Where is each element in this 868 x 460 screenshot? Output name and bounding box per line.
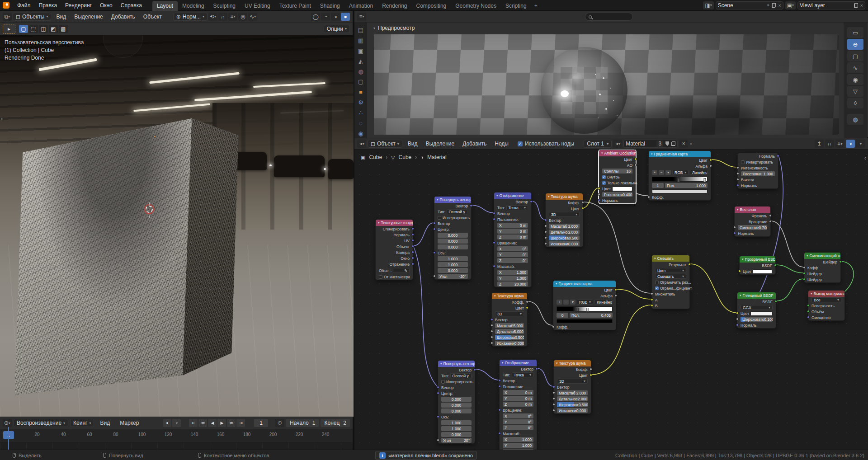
collapse-icon[interactable]: ▾ [601, 151, 603, 155]
vector-component-field[interactable]: Y0° [503, 419, 533, 424]
remove-stop-icon[interactable]: − [659, 170, 664, 175]
checkbox[interactable] [741, 160, 745, 164]
proportional-falloff-button[interactable]: ∿▾ [248, 13, 257, 21]
node-mix[interactable]: ▾СмешатьРезультатЦвет▾Смешать▾Ограничить… [651, 255, 690, 309]
timeline-track-area[interactable] [0, 443, 353, 450]
tab-collection-icon[interactable]: ▢ [355, 77, 366, 87]
preview-hair-icon[interactable]: ∿ [847, 62, 863, 73]
checkbox[interactable]: ✓ [602, 181, 606, 185]
topbar-menu-правка[interactable]: Правка [35, 2, 61, 9]
checkbox[interactable] [438, 216, 441, 220]
node-socket[interactable] [590, 374, 592, 376]
vector-component-field[interactable]: 0.000 [441, 432, 472, 437]
node-socket[interactable] [647, 196, 650, 198]
node-socket[interactable] [491, 318, 493, 321]
node-socket[interactable] [552, 385, 555, 388]
shader-menu-ноды[interactable]: Ноды [491, 141, 513, 147]
node-dropdown[interactable]: 3D▾ [549, 212, 580, 217]
node-socket[interactable] [736, 324, 739, 326]
node-socket[interactable] [544, 230, 547, 233]
node-socket[interactable] [651, 292, 653, 295]
ramp-options-icon[interactable]: ▾ [570, 300, 576, 305]
node-socket[interactable] [614, 288, 617, 291]
node-socket[interactable] [807, 310, 810, 313]
viewport-menu-выделение[interactable]: Выделение [70, 14, 107, 20]
keying-dropdown[interactable]: Кеинг▾ [70, 419, 94, 427]
node-socket[interactable] [498, 379, 501, 382]
node-socket[interactable] [614, 294, 617, 297]
node-socket[interactable] [581, 201, 584, 204]
node-ambient-occlusion[interactable]: ▾Ambient OcclusionЦветAOСэмплы16✓Внутрь✓… [599, 150, 636, 204]
viewlayer-browse-button[interactable]: ▣▾ [785, 1, 796, 9]
node-socket[interactable] [774, 264, 777, 267]
value-slider[interactable]: Детально2.000 [549, 230, 580, 235]
node-socket[interactable] [535, 367, 538, 370]
playback-dropdown[interactable]: Воспроизведение▾ [14, 419, 68, 427]
collapse-icon[interactable]: ▾ [378, 221, 380, 225]
viewport-menu-вид[interactable]: Вид [52, 14, 70, 20]
vector-component-field[interactable]: X0 m [503, 390, 533, 395]
node-socket[interactable] [552, 403, 555, 406]
workspace-tab-texture-paint[interactable]: Texture Paint [275, 1, 316, 11]
node-socket[interactable] [491, 336, 493, 338]
topbar-menu-справка[interactable]: Справка [117, 2, 146, 9]
node-dropdown[interactable]: Цвет▾ [655, 268, 686, 273]
vector-component-field[interactable]: Z0 m [497, 235, 528, 239]
node-socket[interactable] [736, 172, 739, 175]
collapse-icon[interactable]: ▾ [740, 294, 741, 297]
shader-menu-выделение[interactable]: Выделение [422, 141, 459, 147]
node-glossy-bsdf[interactable]: ▾Глянцевый BSDFBSDFGGX▾ЦветШероховато0.1… [737, 292, 776, 329]
node-socket[interactable] [581, 207, 584, 210]
tab-render-icon[interactable]: ▤ [355, 25, 366, 35]
copy-icon[interactable] [854, 3, 858, 8]
proportional-edit-button[interactable]: ◎ [238, 13, 247, 21]
node-dropdown[interactable]: 3D▾ [495, 311, 524, 316]
node-dropdown[interactable]: Все▾ [811, 297, 841, 302]
topbar-menu-файл[interactable]: Файл [13, 2, 35, 9]
vector-component-field[interactable]: 0.000 [438, 268, 468, 273]
shading-solid-icon[interactable]: ◔ [321, 13, 330, 21]
node-socket[interactable] [491, 342, 493, 344]
node-socket[interactable] [493, 241, 495, 244]
preview-shaderball-icon[interactable]: ◉ [847, 74, 863, 85]
vector-component-field[interactable]: 1.000 [441, 426, 472, 431]
vector-component-field[interactable]: Y0 m [503, 396, 533, 401]
next-keyframe-button-icon[interactable]: ≫ [227, 419, 236, 427]
node-canvas[interactable]: ▣ Cube › ▽ Cube › ◑ Material ‹ ▾Текстурн… [354, 150, 868, 450]
editor-type-button[interactable]: ≡▾ [357, 13, 366, 21]
vector-component-field[interactable]: 0.000 [438, 233, 468, 238]
add-stop-icon[interactable]: + [557, 300, 562, 305]
node-mix-shader[interactable]: ▾Смешивающий шей...ШейдерКофф.ШейдерШейд… [804, 252, 841, 283]
value-slider[interactable]: Шероховато0.100 [741, 317, 773, 322]
node-socket[interactable] [530, 200, 533, 203]
node-socket[interactable] [526, 300, 528, 303]
editor-type-button[interactable]: ⧉▾ [3, 13, 12, 21]
vector-component-field[interactable]: X0 m [497, 223, 528, 228]
viewport-menu-объект[interactable]: Объект [139, 14, 166, 20]
jump-to-start-button-icon[interactable]: ⇤ [189, 419, 198, 427]
node-socket[interactable] [777, 155, 779, 157]
value-slider[interactable]: Сэмплы16 [602, 169, 632, 174]
color-mode-dropdown[interactable]: RGB▾ [577, 300, 593, 305]
value-slider[interactable]: Масштаб2.000 [557, 390, 588, 395]
vector-component-field[interactable]: X0° [503, 413, 533, 418]
collapse-icon[interactable]: ▾ [654, 257, 656, 260]
keying-set-dropdown[interactable]: ▾ [172, 419, 181, 427]
value-slider[interactable]: Шероховат0.500 [557, 402, 588, 407]
preview-plane-icon[interactable]: ▭ [847, 27, 863, 38]
search-input[interactable] [594, 14, 626, 19]
ramp-stop[interactable] [577, 308, 579, 312]
tab-viewlayer-icon[interactable]: ▣ [355, 46, 366, 56]
node-mapping-1[interactable]: ▾ОтображениеВекторТип:Точка▾ВекторПоложе… [494, 192, 532, 287]
vector-component-field[interactable]: Z20.000 [503, 449, 533, 450]
stop-position-field[interactable]: Пол.1.000 [665, 183, 708, 188]
node-socket[interactable] [736, 184, 739, 187]
scene-selector[interactable]: Scene ⌖ × [716, 1, 783, 9]
color-ramp-bar[interactable] [652, 177, 708, 182]
value-slider[interactable]: Шерохова0.500 [495, 335, 524, 340]
vector-component-field[interactable]: Z0° [497, 258, 528, 263]
editor-type-button[interactable]: ◑▾ [357, 140, 366, 148]
value-slider[interactable]: Смешение0.700 [738, 225, 767, 230]
node-socket[interactable] [738, 270, 741, 272]
collapse-icon[interactable]: ▾ [651, 152, 653, 156]
